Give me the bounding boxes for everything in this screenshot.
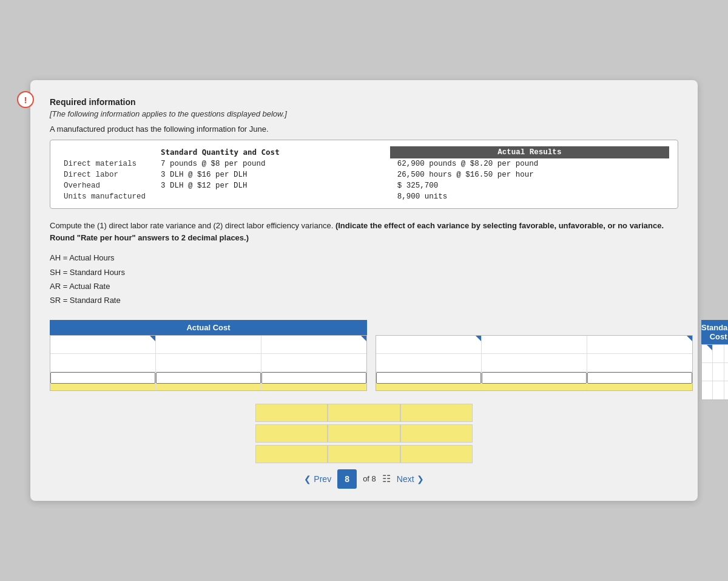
- var1-empty-right: [481, 404, 678, 422]
- row-label-1: Direct materials: [59, 158, 156, 169]
- sc-r3-c3: [724, 381, 728, 399]
- variance-area: [50, 404, 678, 463]
- actual-cost-grid: [50, 335, 367, 391]
- legend-ah: AH = Actual Hours: [50, 251, 678, 265]
- next-button[interactable]: Next ❯: [397, 474, 424, 484]
- product-info: A manufactured product has the following…: [50, 124, 678, 134]
- mid-r3-c2-input[interactable]: [482, 372, 587, 384]
- mid-r2-c2: [482, 354, 587, 372]
- compute-text: Compute the (1) direct labor rate varian…: [50, 220, 678, 243]
- alert-icon: !: [17, 91, 34, 108]
- sc-r3-c1: [702, 381, 713, 399]
- next-chevron-icon: ❯: [417, 474, 424, 484]
- sc-r1-c2: [713, 345, 724, 362]
- ac-row-2: [50, 354, 366, 372]
- grid-icon: ☷: [382, 473, 391, 484]
- row-label-4: Units manufactured: [59, 191, 156, 202]
- ac-r3-c2[interactable]: [156, 372, 261, 390]
- standard-cost-grid: [701, 344, 728, 400]
- var3-mid-c1-input[interactable]: [256, 446, 327, 463]
- legend-sh: SH = Standard Hours: [50, 265, 678, 279]
- variance-row-2: [50, 424, 678, 443]
- var1-mid-c2[interactable]: [328, 404, 400, 422]
- var2-mid-c1-input[interactable]: [256, 425, 327, 442]
- var2-mid-c3[interactable]: [400, 424, 473, 443]
- var1-mid-c3-input[interactable]: [401, 404, 472, 421]
- mid-r3-c1[interactable]: [376, 372, 482, 390]
- grid-outer: Actual Cost: [50, 320, 678, 463]
- row-actual-3: $ 325,700: [390, 180, 669, 191]
- row-std-2: 3 DLH @ $16 per DLH: [156, 169, 390, 180]
- mid-row-3: [376, 372, 692, 390]
- subtitle: [The following information applies to th…: [50, 109, 678, 118]
- mid-r2-c1: [376, 354, 482, 372]
- sc-r2-c3: [724, 363, 728, 381]
- legend-sr: SR = Standard Rate: [50, 293, 678, 307]
- ac-row-1: [50, 336, 366, 354]
- ac-r1-c1: [50, 336, 156, 353]
- var3-mid-c2-input[interactable]: [328, 446, 399, 463]
- prev-label: Prev: [314, 474, 331, 484]
- ac-r3-c1-input[interactable]: [50, 372, 155, 384]
- variance-row-1: [50, 404, 678, 422]
- var3-mid-c2[interactable]: [328, 445, 400, 463]
- ac-r1-c3: [261, 336, 366, 353]
- mid-row-1: [376, 336, 692, 354]
- sc-r1-c3: [724, 345, 728, 362]
- ac-row-3: [50, 372, 366, 390]
- mid-r1-c2: [482, 336, 587, 353]
- var2-middle: [255, 424, 473, 443]
- actual-cost-header: Actual Cost: [50, 320, 367, 335]
- required-heading: Required information: [50, 97, 678, 107]
- ac-r2-c3: [261, 354, 366, 372]
- ac-r3-c3[interactable]: [261, 372, 366, 390]
- var2-mid-c2-input[interactable]: [328, 425, 399, 442]
- var1-mid-c1[interactable]: [255, 404, 328, 422]
- var2-mid-c2[interactable]: [328, 424, 400, 443]
- sc-row-2: [702, 363, 728, 381]
- ac-r1-c2: [156, 336, 261, 353]
- var3-mid-c3[interactable]: [400, 445, 473, 463]
- mid-r3-c3-input[interactable]: [587, 372, 692, 384]
- mid-r3-c1-input[interactable]: [376, 372, 481, 384]
- sc-row-3: [702, 381, 728, 399]
- var1-mid-c2-input[interactable]: [328, 404, 399, 421]
- ac-r3-c2-input[interactable]: [156, 372, 261, 384]
- var1-empty-left: [50, 404, 247, 422]
- ac-r2-c2: [156, 354, 261, 372]
- var1-mid-c1-input[interactable]: [256, 404, 327, 421]
- legend-ar: AR = Actual Rate: [50, 279, 678, 293]
- var3-empty-left: [50, 445, 247, 463]
- mid-r3-c3[interactable]: [587, 372, 692, 390]
- prev-chevron-icon: ❮: [304, 474, 311, 484]
- var1-mid-c3[interactable]: [400, 404, 473, 422]
- var3-mid-c1[interactable]: [255, 445, 328, 463]
- prev-button[interactable]: ❮ Prev: [304, 474, 331, 484]
- row-label-3: Overhead: [59, 180, 156, 191]
- middle-grid: [376, 335, 693, 391]
- mid-r1-c1: [376, 336, 482, 353]
- var3-mid-c3-input[interactable]: [401, 446, 472, 463]
- actual-cost-block: Actual Cost: [50, 320, 367, 400]
- standard-cost-header: Standard Cost: [701, 320, 728, 344]
- row-std-4: [156, 191, 390, 202]
- sc-r3-c2: [713, 381, 724, 399]
- variance-row-3: [50, 445, 678, 463]
- mid-r3-c2[interactable]: [482, 372, 587, 390]
- var2-mid-c1[interactable]: [255, 424, 328, 443]
- actual-header: Actual Results: [390, 146, 669, 158]
- ac-r2-c1: [50, 354, 156, 372]
- standard-cost-block: Standard Cost: [701, 320, 728, 400]
- legend: AH = Actual Hours SH = Standard Hours AR…: [50, 251, 678, 308]
- page-of-label: of 8: [363, 474, 376, 483]
- next-label: Next: [397, 474, 414, 484]
- var2-mid-c3-input[interactable]: [401, 425, 472, 442]
- ac-r3-c1[interactable]: [50, 372, 156, 390]
- mid-row-2: [376, 354, 692, 372]
- pagination: ❮ Prev 8 of 8 ☷ Next ❯: [50, 469, 678, 489]
- sc-row-1: [702, 345, 728, 363]
- var2-empty-left: [50, 424, 247, 443]
- ac-r3-c3-input[interactable]: [261, 372, 366, 384]
- info-table: Standard Quantity and Cost Actual Result…: [59, 146, 669, 202]
- row-actual-2: 26,500 hours @ $16.50 per hour: [390, 169, 669, 180]
